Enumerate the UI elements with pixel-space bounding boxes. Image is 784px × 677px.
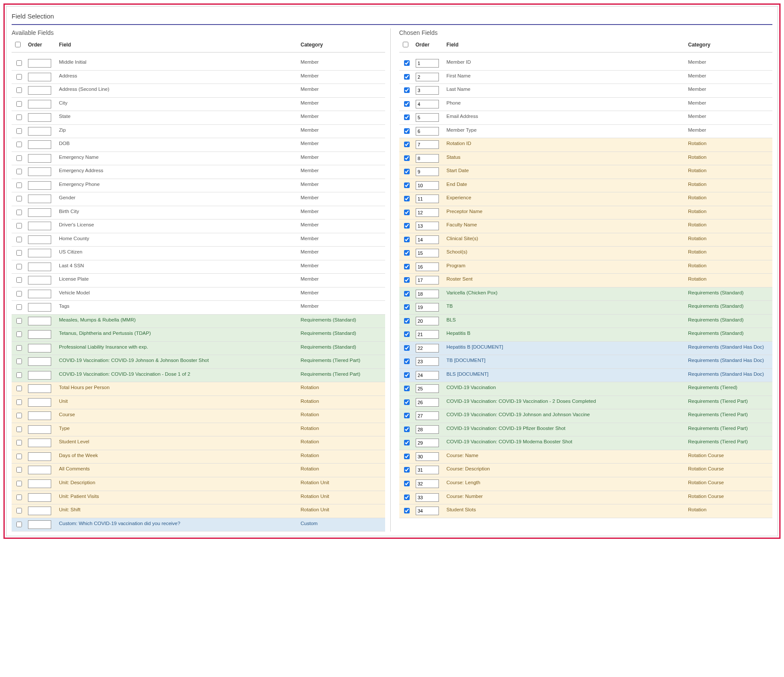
order-input[interactable] <box>416 222 439 230</box>
row-checkbox[interactable] <box>404 372 410 378</box>
order-input[interactable] <box>416 276 439 284</box>
row-checkbox[interactable] <box>16 128 22 134</box>
order-input[interactable] <box>416 100 439 108</box>
order-input[interactable] <box>28 249 51 257</box>
order-input[interactable] <box>28 493 51 502</box>
order-input[interactable] <box>416 384 439 393</box>
row-checkbox[interactable] <box>16 60 22 66</box>
order-input[interactable] <box>28 235 51 244</box>
order-input[interactable] <box>28 167 51 176</box>
row-checkbox[interactable] <box>16 291 22 297</box>
order-input[interactable] <box>28 384 51 393</box>
order-input[interactable] <box>28 398 51 407</box>
order-input[interactable] <box>416 249 439 257</box>
order-input[interactable] <box>28 452 51 461</box>
row-checkbox[interactable] <box>404 467 410 473</box>
order-input[interactable] <box>28 86 51 95</box>
row-checkbox[interactable] <box>404 413 410 418</box>
row-checkbox[interactable] <box>16 359 22 364</box>
row-checkbox[interactable] <box>16 101 22 107</box>
order-input[interactable] <box>28 222 51 230</box>
order-input[interactable] <box>28 371 51 380</box>
order-input[interactable] <box>28 276 51 284</box>
order-input[interactable] <box>416 181 439 190</box>
order-input[interactable] <box>416 411 439 420</box>
row-checkbox[interactable] <box>404 454 410 459</box>
row-checkbox[interactable] <box>404 427 410 432</box>
order-input[interactable] <box>416 507 439 515</box>
row-checkbox[interactable] <box>16 427 22 432</box>
order-input[interactable] <box>28 479 51 488</box>
row-checkbox[interactable] <box>404 101 410 107</box>
row-checkbox[interactable] <box>404 359 410 364</box>
row-checkbox[interactable] <box>404 250 410 256</box>
row-checkbox[interactable] <box>404 345 410 351</box>
row-checkbox[interactable] <box>404 74 410 80</box>
order-input[interactable] <box>28 181 51 190</box>
available-select-all-checkbox[interactable] <box>15 42 21 47</box>
order-input[interactable] <box>28 154 51 163</box>
row-checkbox[interactable] <box>16 196 22 201</box>
row-checkbox[interactable] <box>404 196 410 201</box>
order-input[interactable] <box>28 140 51 149</box>
order-input[interactable] <box>28 195 51 203</box>
order-input[interactable] <box>416 466 439 474</box>
row-checkbox[interactable] <box>16 345 22 351</box>
order-input[interactable] <box>28 59 51 68</box>
order-input[interactable] <box>416 452 439 461</box>
row-checkbox[interactable] <box>404 128 410 134</box>
order-input[interactable] <box>416 303 439 312</box>
order-input[interactable] <box>416 317 439 325</box>
row-checkbox[interactable] <box>16 87 22 93</box>
row-checkbox[interactable] <box>404 481 410 486</box>
order-input[interactable] <box>416 398 439 407</box>
row-checkbox[interactable] <box>404 237 410 242</box>
order-input[interactable] <box>28 290 51 298</box>
order-input[interactable] <box>28 344 51 352</box>
order-input[interactable] <box>28 263 51 271</box>
order-input[interactable] <box>416 357 439 366</box>
row-checkbox[interactable] <box>404 169 410 174</box>
row-checkbox[interactable] <box>16 508 22 513</box>
row-checkbox[interactable] <box>16 467 22 473</box>
order-input[interactable] <box>416 154 439 163</box>
order-input[interactable] <box>416 195 439 203</box>
row-checkbox[interactable] <box>404 331 410 337</box>
order-input[interactable] <box>416 208 439 217</box>
row-checkbox[interactable] <box>404 508 410 513</box>
row-checkbox[interactable] <box>404 386 410 391</box>
order-input[interactable] <box>416 127 439 136</box>
row-checkbox[interactable] <box>16 169 22 174</box>
row-checkbox[interactable] <box>404 223 410 229</box>
order-input[interactable] <box>28 208 51 217</box>
order-input[interactable] <box>28 507 51 515</box>
order-input[interactable] <box>28 100 51 108</box>
row-checkbox[interactable] <box>16 182 22 188</box>
row-checkbox[interactable] <box>16 331 22 337</box>
order-input[interactable] <box>416 235 439 244</box>
order-input[interactable] <box>28 466 51 474</box>
order-input[interactable] <box>416 425 439 434</box>
row-checkbox[interactable] <box>404 264 410 269</box>
row-checkbox[interactable] <box>16 142 22 147</box>
order-input[interactable] <box>416 344 439 352</box>
order-input[interactable] <box>416 439 439 447</box>
row-checkbox[interactable] <box>16 522 22 527</box>
row-checkbox[interactable] <box>16 481 22 486</box>
row-checkbox[interactable] <box>16 413 22 418</box>
row-checkbox[interactable] <box>16 223 22 229</box>
row-checkbox[interactable] <box>404 399 410 405</box>
row-checkbox[interactable] <box>16 74 22 80</box>
row-checkbox[interactable] <box>404 155 410 161</box>
row-checkbox[interactable] <box>16 264 22 269</box>
row-checkbox[interactable] <box>404 277 410 283</box>
row-checkbox[interactable] <box>404 440 410 445</box>
row-checkbox[interactable] <box>16 155 22 161</box>
row-checkbox[interactable] <box>16 210 22 215</box>
row-checkbox[interactable] <box>16 399 22 405</box>
row-checkbox[interactable] <box>404 495 410 500</box>
row-checkbox[interactable] <box>16 495 22 500</box>
row-checkbox[interactable] <box>404 304 410 310</box>
row-checkbox[interactable] <box>404 291 410 297</box>
row-checkbox[interactable] <box>404 318 410 324</box>
